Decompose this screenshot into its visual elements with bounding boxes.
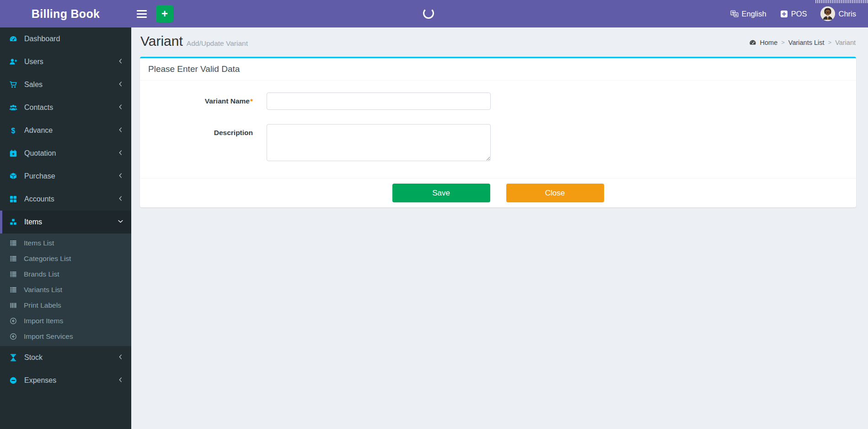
breadcrumb-separator: > bbox=[781, 39, 785, 46]
sidebar-item-sales[interactable]: Sales bbox=[0, 73, 131, 96]
sidebar-item-label: Users bbox=[24, 58, 43, 66]
sidebar-item-label: Quotation bbox=[24, 149, 56, 157]
sidebar-item-label: Items bbox=[24, 218, 42, 226]
chevron-down-icon bbox=[118, 218, 123, 226]
sidebar-item-users[interactable]: Users bbox=[0, 50, 131, 73]
page-title: VariantAdd/Update Variant bbox=[140, 33, 248, 51]
sidebar-item-label: Stock bbox=[24, 353, 43, 362]
sidebar-item-items[interactable]: Items bbox=[0, 211, 131, 234]
sidebar-item-label: Dashboard bbox=[24, 35, 60, 43]
breadcrumb-variant: Variant bbox=[835, 39, 856, 46]
sidebar-item-label: Expenses bbox=[24, 376, 56, 385]
user-menu[interactable]: Chris bbox=[820, 6, 856, 21]
chevron-left-icon bbox=[118, 195, 123, 203]
sidebar-item-label: Import Services bbox=[24, 332, 73, 341]
sidebar-item-categories-list[interactable]: Categories List bbox=[0, 251, 131, 266]
barcode-icon bbox=[10, 302, 19, 309]
loading-spinner bbox=[423, 8, 434, 19]
dollar-icon: $ bbox=[9, 126, 19, 135]
page-subtitle: Add/Update Variant bbox=[187, 39, 248, 47]
speedometer-icon bbox=[9, 35, 19, 43]
calendar-plus-icon bbox=[9, 149, 19, 157]
import-icon bbox=[10, 333, 19, 340]
pos-button[interactable]: POS bbox=[780, 10, 807, 18]
sidebar-toggle-button[interactable] bbox=[131, 0, 152, 27]
language-label: English bbox=[742, 10, 766, 18]
page-title-text: Variant bbox=[140, 33, 183, 49]
list-icon bbox=[10, 239, 19, 247]
close-button[interactable]: Close bbox=[506, 184, 604, 202]
svg-text:$: $ bbox=[11, 127, 16, 135]
quick-add-button[interactable]: + bbox=[156, 5, 173, 22]
language-menu[interactable]: A English bbox=[730, 10, 766, 18]
cart-icon bbox=[9, 81, 19, 89]
sidebar-item-advance[interactable]: $Advance bbox=[0, 119, 131, 142]
user-avatar bbox=[820, 6, 835, 21]
sidebar-item-accounts[interactable]: Accounts bbox=[0, 188, 131, 211]
chevron-left-icon bbox=[118, 376, 123, 385]
sidebar-item-print-labels[interactable]: Print Labels bbox=[0, 298, 131, 313]
user-plus-icon bbox=[9, 58, 19, 66]
users-icon bbox=[9, 103, 19, 112]
hamburger-icon bbox=[137, 10, 147, 11]
pos-label: POS bbox=[791, 10, 807, 18]
sidebar-item-label: Accounts bbox=[24, 195, 54, 203]
sidebar-item-purchase[interactable]: Purchase bbox=[0, 165, 131, 188]
sidebar-item-label: Variants List bbox=[24, 286, 62, 294]
chevron-left-icon bbox=[118, 126, 123, 135]
card-body: Variant Name* Description bbox=[140, 81, 856, 178]
sidebar-item-brands-list[interactable]: Brands List bbox=[0, 266, 131, 282]
sidebar-item-label: Purchase bbox=[24, 172, 55, 180]
chevron-left-icon bbox=[118, 58, 123, 66]
language-icon: A bbox=[730, 10, 739, 18]
sidebar-item-label: Import Items bbox=[24, 317, 63, 325]
save-button[interactable]: Save bbox=[392, 184, 490, 202]
sidebar-item-stock[interactable]: Stock bbox=[0, 346, 131, 369]
description-row: Description bbox=[147, 124, 849, 161]
card-title: Please Enter Valid Data bbox=[140, 58, 856, 81]
chevron-left-icon bbox=[118, 353, 123, 362]
main-content: VariantAdd/Update Variant Home>Variants … bbox=[131, 27, 868, 429]
variant-name-label: Variant Name* bbox=[147, 92, 253, 110]
sidebar-item-label: Print Labels bbox=[24, 301, 61, 310]
sidebar: DashboardUsersSalesContacts$AdvanceQuota… bbox=[0, 27, 131, 429]
sidebar-item-quotation[interactable]: Quotation bbox=[0, 142, 131, 165]
sidebar-item-variants-list[interactable]: Variants List bbox=[0, 282, 131, 298]
breadcrumb: Home>Variants List>Variant bbox=[749, 39, 856, 46]
sidebar-item-dashboard[interactable]: Dashboard bbox=[0, 27, 131, 50]
speedometer-icon bbox=[749, 39, 756, 46]
sidebar-item-label: Items List bbox=[24, 239, 54, 247]
sidebar-submenu-items: Items ListCategories ListBrands ListVari… bbox=[0, 234, 131, 346]
sidebar-item-import-items[interactable]: Import Items bbox=[0, 313, 131, 329]
content-header: VariantAdd/Update Variant Home>Variants … bbox=[131, 27, 868, 57]
list-icon bbox=[10, 286, 19, 293]
variant-name-input[interactable] bbox=[267, 92, 491, 110]
chevron-left-icon bbox=[118, 172, 123, 180]
cube-icon bbox=[9, 172, 19, 180]
breadcrumb-variants-list[interactable]: Variants List bbox=[788, 39, 825, 46]
app-logo[interactable]: Billing Book bbox=[0, 0, 131, 27]
required-asterisk: * bbox=[250, 97, 253, 105]
plus-square-icon bbox=[780, 10, 788, 18]
list-icon bbox=[10, 255, 19, 262]
hourglass-icon bbox=[9, 353, 19, 362]
sidebar-menu: DashboardUsersSalesContacts$AdvanceQuota… bbox=[0, 27, 131, 392]
navbar-right: A English POS Chris bbox=[730, 0, 868, 27]
sidebar-item-label: Sales bbox=[24, 81, 43, 89]
top-navbar: Billing Book + A English POS bbox=[0, 0, 868, 27]
sidebar-item-label: Categories List bbox=[24, 255, 71, 263]
sidebar-item-contacts[interactable]: Contacts bbox=[0, 96, 131, 119]
import-icon bbox=[10, 317, 19, 325]
variant-form-card: Please Enter Valid Data Variant Name* De… bbox=[140, 57, 856, 207]
description-textarea[interactable] bbox=[267, 124, 491, 161]
sidebar-item-import-services[interactable]: Import Services bbox=[0, 329, 131, 344]
grid-icon bbox=[9, 195, 19, 203]
sidebar-item-expenses[interactable]: Expenses bbox=[0, 369, 131, 392]
sidebar-item-items-list[interactable]: Items List bbox=[0, 235, 131, 251]
breadcrumb-home[interactable]: Home bbox=[760, 39, 778, 46]
breadcrumb-separator: > bbox=[828, 39, 832, 46]
chevron-left-icon bbox=[118, 103, 123, 112]
svg-text:A: A bbox=[734, 13, 737, 17]
chevron-left-icon bbox=[118, 149, 123, 157]
navbar-main: + A English POS Chris bbox=[131, 0, 868, 27]
